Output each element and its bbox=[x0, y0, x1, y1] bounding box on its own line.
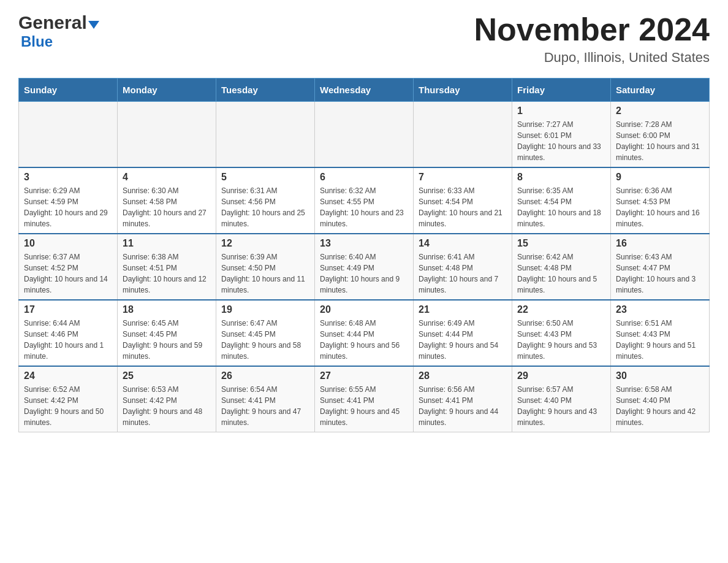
table-row bbox=[216, 102, 315, 168]
day-number: 26 bbox=[221, 370, 309, 381]
day-info: Sunrise: 6:56 AMSunset: 4:41 PMDaylight:… bbox=[419, 384, 507, 428]
day-number: 3 bbox=[24, 172, 112, 183]
table-row bbox=[414, 102, 512, 168]
calendar-week-row: 1Sunrise: 7:27 AMSunset: 6:01 PMDaylight… bbox=[19, 102, 710, 168]
day-info: Sunrise: 6:53 AMSunset: 4:42 PMDaylight:… bbox=[123, 384, 211, 428]
day-info: Sunrise: 6:55 AMSunset: 4:41 PMDaylight:… bbox=[320, 384, 408, 428]
day-info: Sunrise: 6:42 AMSunset: 4:48 PMDaylight:… bbox=[517, 251, 605, 296]
table-row: 23Sunrise: 6:51 AMSunset: 4:43 PMDayligh… bbox=[611, 300, 710, 366]
table-row: 19Sunrise: 6:47 AMSunset: 4:45 PMDayligh… bbox=[216, 300, 315, 366]
day-number: 13 bbox=[320, 238, 408, 249]
day-info: Sunrise: 6:45 AMSunset: 4:45 PMDaylight:… bbox=[123, 318, 211, 362]
table-row: 11Sunrise: 6:38 AMSunset: 4:51 PMDayligh… bbox=[118, 234, 216, 300]
day-number: 12 bbox=[221, 238, 309, 249]
col-tuesday: Tuesday bbox=[216, 79, 315, 102]
day-number: 14 bbox=[419, 238, 507, 249]
table-row: 13Sunrise: 6:40 AMSunset: 4:49 PMDayligh… bbox=[315, 234, 414, 300]
table-row: 10Sunrise: 6:37 AMSunset: 4:52 PMDayligh… bbox=[19, 234, 118, 300]
table-row: 28Sunrise: 6:56 AMSunset: 4:41 PMDayligh… bbox=[414, 366, 512, 432]
table-row: 24Sunrise: 6:52 AMSunset: 4:42 PMDayligh… bbox=[19, 366, 118, 432]
col-sunday: Sunday bbox=[19, 79, 118, 102]
day-info: Sunrise: 6:35 AMSunset: 4:54 PMDaylight:… bbox=[517, 185, 605, 229]
day-info: Sunrise: 6:44 AMSunset: 4:46 PMDaylight:… bbox=[24, 318, 112, 362]
logo-triangle-icon bbox=[88, 21, 99, 29]
table-row bbox=[19, 102, 118, 168]
table-row: 3Sunrise: 6:29 AMSunset: 4:59 PMDaylight… bbox=[19, 167, 118, 234]
table-row: 22Sunrise: 6:50 AMSunset: 4:43 PMDayligh… bbox=[512, 300, 611, 366]
calendar-week-row: 24Sunrise: 6:52 AMSunset: 4:42 PMDayligh… bbox=[19, 366, 710, 432]
day-info: Sunrise: 6:29 AMSunset: 4:59 PMDaylight:… bbox=[24, 185, 112, 229]
day-info: Sunrise: 6:36 AMSunset: 4:53 PMDaylight:… bbox=[616, 185, 704, 229]
day-info: Sunrise: 6:51 AMSunset: 4:43 PMDaylight:… bbox=[616, 318, 704, 362]
table-row: 29Sunrise: 6:57 AMSunset: 4:40 PMDayligh… bbox=[512, 366, 611, 432]
table-row: 9Sunrise: 6:36 AMSunset: 4:53 PMDaylight… bbox=[611, 167, 710, 234]
calendar-header-row: Sunday Monday Tuesday Wednesday Thursday… bbox=[19, 79, 710, 102]
calendar-table: Sunday Monday Tuesday Wednesday Thursday… bbox=[18, 78, 710, 432]
day-number: 1 bbox=[517, 105, 605, 117]
day-info: Sunrise: 6:30 AMSunset: 4:58 PMDaylight:… bbox=[123, 185, 211, 229]
day-info: Sunrise: 6:58 AMSunset: 4:40 PMDaylight:… bbox=[616, 384, 704, 428]
title-block: November 2024 Dupo, Illinois, United Sta… bbox=[474, 12, 710, 66]
day-number: 28 bbox=[419, 370, 507, 381]
day-info: Sunrise: 6:43 AMSunset: 4:47 PMDaylight:… bbox=[616, 251, 704, 296]
col-wednesday: Wednesday bbox=[315, 79, 414, 102]
day-number: 23 bbox=[616, 304, 704, 315]
day-info: Sunrise: 6:54 AMSunset: 4:41 PMDaylight:… bbox=[221, 384, 309, 428]
day-info: Sunrise: 6:50 AMSunset: 4:43 PMDaylight:… bbox=[517, 318, 605, 362]
day-info: Sunrise: 6:57 AMSunset: 4:40 PMDaylight:… bbox=[517, 384, 605, 428]
day-number: 25 bbox=[123, 370, 211, 381]
day-number: 10 bbox=[24, 238, 112, 249]
logo-general-text: General bbox=[18, 12, 99, 33]
day-number: 29 bbox=[517, 370, 605, 381]
day-info: Sunrise: 7:28 AMSunset: 6:00 PMDaylight:… bbox=[616, 119, 704, 163]
table-row: 2Sunrise: 7:28 AMSunset: 6:00 PMDaylight… bbox=[611, 102, 710, 168]
day-number: 5 bbox=[221, 172, 309, 183]
day-number: 19 bbox=[221, 304, 309, 315]
table-row: 1Sunrise: 7:27 AMSunset: 6:01 PMDaylight… bbox=[512, 102, 611, 168]
table-row: 12Sunrise: 6:39 AMSunset: 4:50 PMDayligh… bbox=[216, 234, 315, 300]
table-row: 27Sunrise: 6:55 AMSunset: 4:41 PMDayligh… bbox=[315, 366, 414, 432]
day-info: Sunrise: 6:39 AMSunset: 4:50 PMDaylight:… bbox=[221, 251, 309, 296]
calendar-week-row: 17Sunrise: 6:44 AMSunset: 4:46 PMDayligh… bbox=[19, 300, 710, 366]
day-number: 11 bbox=[123, 238, 211, 249]
day-number: 24 bbox=[24, 370, 112, 381]
day-info: Sunrise: 6:41 AMSunset: 4:48 PMDaylight:… bbox=[419, 251, 507, 296]
table-row: 15Sunrise: 6:42 AMSunset: 4:48 PMDayligh… bbox=[512, 234, 611, 300]
table-row: 25Sunrise: 6:53 AMSunset: 4:42 PMDayligh… bbox=[118, 366, 216, 432]
day-number: 17 bbox=[24, 304, 112, 315]
day-info: Sunrise: 6:38 AMSunset: 4:51 PMDaylight:… bbox=[123, 251, 211, 296]
day-number: 9 bbox=[616, 172, 704, 183]
logo-general: General bbox=[18, 12, 87, 33]
day-info: Sunrise: 6:31 AMSunset: 4:56 PMDaylight:… bbox=[221, 185, 309, 229]
day-info: Sunrise: 6:37 AMSunset: 4:52 PMDaylight:… bbox=[24, 251, 112, 296]
day-info: Sunrise: 6:49 AMSunset: 4:44 PMDaylight:… bbox=[419, 318, 507, 362]
table-row bbox=[118, 102, 216, 168]
day-number: 22 bbox=[517, 304, 605, 315]
col-thursday: Thursday bbox=[414, 79, 512, 102]
day-number: 20 bbox=[320, 304, 408, 315]
table-row: 16Sunrise: 6:43 AMSunset: 4:47 PMDayligh… bbox=[611, 234, 710, 300]
col-monday: Monday bbox=[118, 79, 216, 102]
col-saturday: Saturday bbox=[611, 79, 710, 102]
day-number: 15 bbox=[517, 238, 605, 249]
page-header: General Blue November 2024 Dupo, Illinoi… bbox=[18, 12, 710, 66]
day-number: 16 bbox=[616, 238, 704, 249]
table-row: 17Sunrise: 6:44 AMSunset: 4:46 PMDayligh… bbox=[19, 300, 118, 366]
day-info: Sunrise: 6:32 AMSunset: 4:55 PMDaylight:… bbox=[320, 185, 408, 229]
table-row: 21Sunrise: 6:49 AMSunset: 4:44 PMDayligh… bbox=[414, 300, 512, 366]
table-row: 5Sunrise: 6:31 AMSunset: 4:56 PMDaylight… bbox=[216, 167, 315, 234]
day-number: 21 bbox=[419, 304, 507, 315]
table-row: 20Sunrise: 6:48 AMSunset: 4:44 PMDayligh… bbox=[315, 300, 414, 366]
logo-blue-text: Blue bbox=[21, 33, 53, 50]
table-row: 30Sunrise: 6:58 AMSunset: 4:40 PMDayligh… bbox=[611, 366, 710, 432]
table-row: 14Sunrise: 6:41 AMSunset: 4:48 PMDayligh… bbox=[414, 234, 512, 300]
col-friday: Friday bbox=[512, 79, 611, 102]
table-row: 4Sunrise: 6:30 AMSunset: 4:58 PMDaylight… bbox=[118, 167, 216, 234]
day-info: Sunrise: 6:33 AMSunset: 4:54 PMDaylight:… bbox=[419, 185, 507, 229]
logo: General Blue bbox=[18, 12, 99, 50]
day-number: 27 bbox=[320, 370, 408, 381]
day-number: 7 bbox=[419, 172, 507, 183]
day-info: Sunrise: 6:40 AMSunset: 4:49 PMDaylight:… bbox=[320, 251, 408, 296]
calendar-week-row: 10Sunrise: 6:37 AMSunset: 4:52 PMDayligh… bbox=[19, 234, 710, 300]
calendar-week-row: 3Sunrise: 6:29 AMSunset: 4:59 PMDaylight… bbox=[19, 167, 710, 234]
